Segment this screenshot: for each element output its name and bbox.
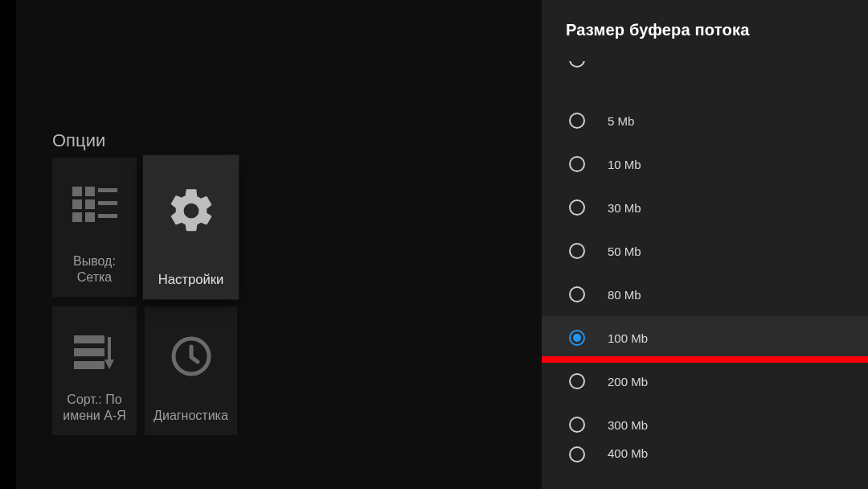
radio-icon [569,243,585,259]
option-label: 300 Mb [608,418,648,432]
svg-rect-7 [98,201,117,205]
option-row-30mb[interactable]: 30 Mb [542,186,868,229]
option-label: 5 Mb [608,114,634,128]
buffer-size-panel: Размер буфера потока 5 Mb 10 Mb 30 Mb 50… [542,0,868,489]
gear-icon [165,185,216,236]
option-label: 30 Mb [608,201,641,215]
radio-icon [569,417,585,433]
sort-icon [74,335,116,371]
svg-rect-5 [85,212,95,222]
option-row-100mb[interactable]: 100 Mb [542,316,868,360]
tile-sort-name[interactable]: Сорт.: По имени A-Я [52,306,137,435]
svg-rect-11 [74,361,104,369]
tile-label-output: Вывод: Сетка [73,253,116,286]
tile-output-grid[interactable]: Вывод: Сетка [52,158,137,297]
svg-rect-8 [98,214,117,218]
option-row-80mb[interactable]: 80 Mb [542,273,868,316]
svg-rect-4 [85,199,95,209]
option-label: 50 Mb [608,244,641,258]
tile-diagnostics[interactable]: Диагностика [145,306,237,435]
option-list: 5 Mb 10 Mb 30 Mb 50 Mb 80 Mb 100 Mb 200 … [542,61,868,489]
options-heading: Опции [52,130,105,151]
option-row-200mb[interactable]: 200 Mb [542,360,868,403]
option-label: 100 Mb [608,331,648,345]
option-row-5mb[interactable]: 5 Mb [542,99,868,142]
svg-rect-10 [74,348,104,356]
option-label: 200 Mb [608,375,648,388]
radio-icon [569,330,585,346]
radio-icon [569,286,585,302]
radio-icon [569,113,585,129]
clock-icon [170,335,212,377]
svg-rect-9 [74,335,104,343]
tile-label-sort: Сорт.: По имени A-Я [63,392,126,424]
option-label: 80 Mb [608,288,641,302]
option-label: 400 Mb [608,446,648,460]
svg-rect-6 [98,188,117,192]
radio-icon [569,156,585,172]
window-side-strip [0,0,16,489]
highlight-bar [542,356,868,363]
radio-icon [569,199,585,216]
radio-icon [569,446,585,462]
tile-label-diagnostics: Диагностика [154,408,228,424]
panel-title: Размер буфера потока [542,0,868,39]
radio-icon [569,373,585,389]
radio-icon [569,61,585,68]
option-row-10mb[interactable]: 10 Mb [542,142,868,186]
option-label: 10 Mb [608,158,641,171]
option-row-300mb[interactable]: 300 Mb [542,403,868,446]
option-row-partial-top[interactable] [542,61,868,99]
svg-rect-3 [85,187,95,196]
option-row-400mb[interactable]: 400 Mb [542,446,868,471]
grid-icon [72,187,117,222]
option-row-50mb[interactable]: 50 Mb [542,229,868,273]
tile-label-settings: Настройки [158,271,224,288]
svg-rect-0 [72,187,82,196]
options-tiles: Вывод: Сетка Настройки Сорт.: По имени A… [52,158,237,435]
svg-rect-2 [72,212,82,222]
tile-settings[interactable]: Настройки [143,155,240,300]
svg-rect-1 [72,199,82,209]
